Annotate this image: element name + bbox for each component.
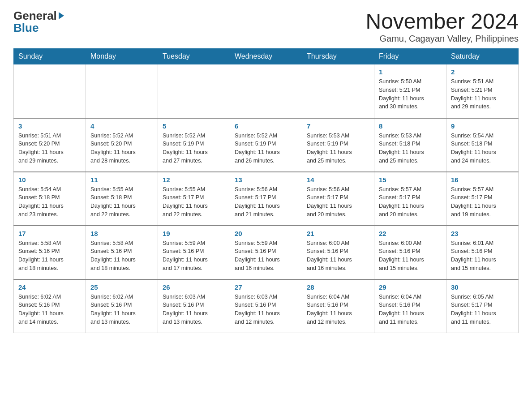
day-number: 30 [451, 283, 514, 291]
calendar-cell: 10Sunrise: 5:54 AM Sunset: 5:18 PM Dayli… [14, 172, 86, 226]
calendar-cell: 7Sunrise: 5:53 AM Sunset: 5:19 PM Daylig… [302, 118, 374, 172]
day-number: 5 [163, 122, 225, 130]
calendar-week-row: 24Sunrise: 6:02 AM Sunset: 5:16 PM Dayli… [14, 279, 519, 333]
day-number: 20 [235, 230, 297, 237]
calendar-week-row: 3Sunrise: 5:51 AM Sunset: 5:20 PM Daylig… [14, 118, 519, 172]
day-number: 25 [90, 283, 153, 291]
calendar-cell: 16Sunrise: 5:57 AM Sunset: 5:17 PM Dayli… [446, 172, 519, 226]
calendar-week-row: 17Sunrise: 5:58 AM Sunset: 5:16 PM Dayli… [14, 226, 519, 279]
calendar-cell: 4Sunrise: 5:52 AM Sunset: 5:20 PM Daylig… [86, 118, 158, 172]
calendar-cell: 24Sunrise: 6:02 AM Sunset: 5:16 PM Dayli… [14, 279, 86, 333]
day-info: Sunrise: 6:01 AM Sunset: 5:16 PM Dayligh… [451, 239, 514, 273]
day-number: 15 [379, 176, 442, 184]
day-info: Sunrise: 6:00 AM Sunset: 5:16 PM Dayligh… [307, 239, 369, 273]
weekday-header-saturday: Saturday [446, 49, 519, 64]
day-info: Sunrise: 5:57 AM Sunset: 5:17 PM Dayligh… [379, 185, 442, 219]
calendar-cell: 14Sunrise: 5:56 AM Sunset: 5:17 PM Dayli… [302, 172, 374, 226]
calendar-cell: 30Sunrise: 6:05 AM Sunset: 5:17 PM Dayli… [446, 279, 519, 333]
day-number: 1 [379, 68, 442, 76]
calendar-week-row: 1Sunrise: 5:50 AM Sunset: 5:21 PM Daylig… [14, 64, 519, 118]
logo-blue-text: Blue [13, 21, 39, 35]
day-number: 22 [379, 230, 442, 237]
calendar-cell [302, 64, 374, 118]
day-number: 23 [451, 230, 514, 237]
day-info: Sunrise: 5:54 AM Sunset: 5:18 PM Dayligh… [451, 132, 514, 165]
day-number: 9 [451, 122, 514, 130]
weekday-header-row: SundayMondayTuesdayWednesdayThursdayFrid… [14, 49, 519, 64]
day-number: 10 [18, 176, 81, 184]
calendar-cell: 25Sunrise: 6:02 AM Sunset: 5:16 PM Dayli… [86, 279, 158, 333]
day-info: Sunrise: 5:51 AM Sunset: 5:21 PM Dayligh… [451, 77, 514, 111]
day-info: Sunrise: 5:56 AM Sunset: 5:17 PM Dayligh… [307, 185, 369, 219]
calendar-cell: 8Sunrise: 5:53 AM Sunset: 5:18 PM Daylig… [374, 118, 446, 172]
page-header: General Blue November 2024 Gamu, Cagayan… [13, 9, 519, 44]
day-info: Sunrise: 5:56 AM Sunset: 5:17 PM Dayligh… [235, 185, 297, 219]
day-number: 4 [90, 122, 153, 130]
logo: General Blue [13, 9, 64, 35]
day-number: 2 [451, 68, 514, 76]
calendar-cell: 15Sunrise: 5:57 AM Sunset: 5:17 PM Dayli… [374, 172, 446, 226]
day-number: 8 [379, 122, 442, 130]
day-number: 14 [307, 176, 369, 184]
day-info: Sunrise: 6:02 AM Sunset: 5:16 PM Dayligh… [18, 293, 81, 326]
calendar-cell [86, 64, 158, 118]
weekday-header-friday: Friday [374, 49, 446, 64]
day-info: Sunrise: 6:03 AM Sunset: 5:16 PM Dayligh… [235, 293, 297, 326]
day-info: Sunrise: 5:57 AM Sunset: 5:17 PM Dayligh… [451, 185, 514, 219]
day-number: 12 [163, 176, 225, 184]
day-number: 24 [18, 283, 81, 291]
day-info: Sunrise: 5:58 AM Sunset: 5:16 PM Dayligh… [90, 239, 153, 273]
day-number: 19 [163, 230, 225, 237]
day-number: 27 [235, 283, 297, 291]
logo-arrow-icon [59, 12, 64, 19]
calendar-week-row: 10Sunrise: 5:54 AM Sunset: 5:18 PM Dayli… [14, 172, 519, 226]
calendar-cell: 22Sunrise: 6:00 AM Sunset: 5:16 PM Dayli… [374, 226, 446, 279]
calendar-cell: 12Sunrise: 5:55 AM Sunset: 5:17 PM Dayli… [158, 172, 230, 226]
calendar-cell [230, 64, 302, 118]
day-number: 21 [307, 230, 369, 237]
calendar-cell: 13Sunrise: 5:56 AM Sunset: 5:17 PM Dayli… [230, 172, 302, 226]
weekday-header-monday: Monday [86, 49, 158, 64]
day-number: 6 [235, 122, 297, 130]
day-number: 29 [379, 283, 442, 291]
weekday-header-sunday: Sunday [14, 49, 86, 64]
day-info: Sunrise: 6:05 AM Sunset: 5:17 PM Dayligh… [451, 293, 514, 326]
month-title: November 2024 [365, 9, 519, 34]
day-info: Sunrise: 5:55 AM Sunset: 5:18 PM Dayligh… [90, 185, 153, 219]
day-number: 3 [18, 122, 81, 130]
calendar-cell: 6Sunrise: 5:52 AM Sunset: 5:19 PM Daylig… [230, 118, 302, 172]
day-info: Sunrise: 6:00 AM Sunset: 5:16 PM Dayligh… [379, 239, 442, 273]
calendar-cell: 20Sunrise: 5:59 AM Sunset: 5:16 PM Dayli… [230, 226, 302, 279]
calendar-cell [158, 64, 230, 118]
weekday-header-tuesday: Tuesday [158, 49, 230, 64]
day-info: Sunrise: 5:53 AM Sunset: 5:18 PM Dayligh… [379, 132, 442, 165]
calendar-cell: 27Sunrise: 6:03 AM Sunset: 5:16 PM Dayli… [230, 279, 302, 333]
calendar-cell: 17Sunrise: 5:58 AM Sunset: 5:16 PM Dayli… [14, 226, 86, 279]
calendar-cell: 21Sunrise: 6:00 AM Sunset: 5:16 PM Dayli… [302, 226, 374, 279]
location-title: Gamu, Cagayan Valley, Philippines [365, 34, 519, 44]
day-info: Sunrise: 5:58 AM Sunset: 5:16 PM Dayligh… [18, 239, 81, 273]
day-info: Sunrise: 5:55 AM Sunset: 5:17 PM Dayligh… [163, 185, 225, 219]
day-info: Sunrise: 6:03 AM Sunset: 5:16 PM Dayligh… [163, 293, 225, 326]
day-number: 18 [90, 230, 153, 237]
day-info: Sunrise: 5:51 AM Sunset: 5:20 PM Dayligh… [18, 132, 81, 165]
day-info: Sunrise: 5:52 AM Sunset: 5:19 PM Dayligh… [163, 132, 225, 165]
calendar-cell: 23Sunrise: 6:01 AM Sunset: 5:16 PM Dayli… [446, 226, 519, 279]
day-number: 17 [18, 230, 81, 237]
weekday-header-thursday: Thursday [302, 49, 374, 64]
day-number: 28 [307, 283, 369, 291]
day-info: Sunrise: 5:52 AM Sunset: 5:20 PM Dayligh… [90, 132, 153, 165]
calendar-cell: 2Sunrise: 5:51 AM Sunset: 5:21 PM Daylig… [446, 64, 519, 118]
day-number: 26 [163, 283, 225, 291]
calendar-cell: 5Sunrise: 5:52 AM Sunset: 5:19 PM Daylig… [158, 118, 230, 172]
day-number: 16 [451, 176, 514, 184]
calendar-cell: 3Sunrise: 5:51 AM Sunset: 5:20 PM Daylig… [14, 118, 86, 172]
day-info: Sunrise: 6:02 AM Sunset: 5:16 PM Dayligh… [90, 293, 153, 326]
day-info: Sunrise: 5:54 AM Sunset: 5:18 PM Dayligh… [18, 185, 81, 219]
day-info: Sunrise: 6:04 AM Sunset: 5:16 PM Dayligh… [379, 293, 442, 326]
calendar-cell: 11Sunrise: 5:55 AM Sunset: 5:18 PM Dayli… [86, 172, 158, 226]
day-number: 13 [235, 176, 297, 184]
title-section: November 2024 Gamu, Cagayan Valley, Phil… [365, 9, 519, 44]
day-number: 7 [307, 122, 369, 130]
day-info: Sunrise: 5:50 AM Sunset: 5:21 PM Dayligh… [379, 77, 442, 111]
